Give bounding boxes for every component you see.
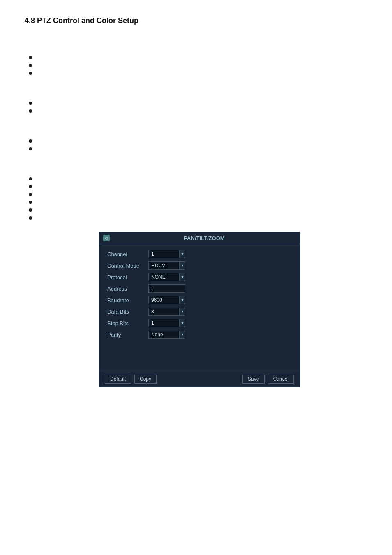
protocol-value: NONE	[148, 273, 180, 281]
data-bits-row: Data Bits 8 ▼	[107, 308, 291, 316]
list-item	[25, 175, 367, 180]
control-mode-label: Control Mode	[107, 263, 148, 269]
bullet-group-3	[25, 137, 367, 150]
dialog-body: Channel 1 ▼ Control Mode HDCVI ▼	[99, 244, 300, 371]
bullet-dot	[29, 109, 32, 113]
channel-value: 1	[148, 250, 180, 258]
stop-bits-row: Stop Bits 1 ▼	[107, 319, 291, 327]
channel-label: Channel	[107, 251, 148, 257]
channel-row: Channel 1 ▼	[107, 250, 291, 258]
control-mode-row: Control Mode HDCVI ▼	[107, 261, 291, 270]
list-item	[25, 137, 367, 143]
bullet-dot	[29, 201, 32, 204]
list-item	[25, 145, 367, 150]
dialog-wrapper: ⚙ PAN/TILT/ZOOM Channel 1 ▼ Control Mode	[25, 232, 367, 387]
list-item	[25, 54, 367, 59]
bullet-dot	[29, 56, 32, 59]
bullet-dot	[29, 72, 32, 75]
list-item	[25, 62, 367, 67]
baudrate-value: 9600	[148, 296, 180, 304]
section-title: 4.8 PTZ Control and Color Setup	[25, 16, 367, 25]
parity-dropdown-arrow[interactable]: ▼	[180, 331, 185, 339]
bullet-dot	[29, 177, 32, 180]
bullet-dot	[29, 208, 32, 212]
dialog-icon: ⚙	[103, 235, 110, 241]
default-button[interactable]: Default	[105, 375, 131, 384]
footer-right: Save Cancel	[242, 375, 294, 384]
parity-row: Parity None ▼	[107, 331, 291, 339]
baudrate-row: Baudrate 9600 ▼	[107, 296, 291, 304]
baudrate-dropdown-arrow[interactable]: ▼	[180, 296, 185, 304]
baudrate-control[interactable]: 9600 ▼	[148, 296, 185, 304]
parity-label: Parity	[107, 332, 148, 338]
data-bits-value: 8	[148, 308, 180, 316]
bullet-group-2	[25, 99, 367, 113]
bullet-dot	[29, 147, 32, 150]
list-item	[25, 199, 367, 204]
channel-dropdown-arrow[interactable]: ▼	[180, 250, 185, 258]
address-label: Address	[107, 286, 148, 292]
control-mode-control[interactable]: HDCVI ▼	[148, 261, 185, 270]
bullet-group-4	[25, 175, 367, 220]
dialog-footer: Default Copy Save Cancel	[99, 371, 300, 387]
footer-left: Default Copy	[105, 375, 157, 384]
protocol-label: Protocol	[107, 274, 148, 280]
bullet-dot	[29, 64, 32, 67]
stop-bits-control[interactable]: 1 ▼	[148, 319, 185, 327]
list-item	[25, 107, 367, 113]
list-item	[25, 206, 367, 212]
bullet-dot	[29, 193, 32, 196]
parity-control[interactable]: None ▼	[148, 331, 185, 339]
address-row: Address	[107, 284, 291, 293]
bullet-group-1	[25, 54, 367, 75]
control-mode-dropdown-arrow[interactable]: ▼	[180, 261, 185, 270]
copy-button[interactable]: Copy	[134, 375, 157, 384]
channel-control[interactable]: 1 ▼	[148, 250, 185, 258]
list-item	[25, 99, 367, 105]
bullet-dot	[29, 216, 32, 220]
protocol-dropdown-arrow[interactable]: ▼	[180, 273, 185, 281]
list-item	[25, 191, 367, 196]
baudrate-label: Baudrate	[107, 297, 148, 303]
list-item	[25, 183, 367, 188]
stop-bits-label: Stop Bits	[107, 320, 148, 326]
data-bits-label: Data Bits	[107, 309, 148, 315]
control-mode-value: HDCVI	[148, 261, 180, 270]
save-button[interactable]: Save	[242, 375, 265, 384]
parity-value: None	[148, 331, 180, 339]
dialog-title: PAN/TILT/ZOOM	[113, 235, 295, 241]
list-item	[25, 214, 367, 220]
cancel-button[interactable]: Cancel	[268, 375, 294, 384]
data-bits-control[interactable]: 8 ▼	[148, 308, 185, 316]
bullet-dot	[29, 185, 32, 188]
data-bits-dropdown-arrow[interactable]: ▼	[180, 308, 185, 316]
dialog-titlebar: ⚙ PAN/TILT/ZOOM	[99, 232, 300, 244]
ptz-dialog: ⚙ PAN/TILT/ZOOM Channel 1 ▼ Control Mode	[99, 232, 300, 387]
protocol-control[interactable]: NONE ▼	[148, 273, 185, 281]
bullet-dot	[29, 139, 32, 143]
stop-bits-value: 1	[148, 319, 180, 327]
stop-bits-dropdown-arrow[interactable]: ▼	[180, 319, 185, 327]
list-item	[25, 69, 367, 75]
protocol-row: Protocol NONE ▼	[107, 273, 291, 281]
bullet-dot	[29, 102, 32, 105]
address-input[interactable]	[148, 284, 185, 293]
